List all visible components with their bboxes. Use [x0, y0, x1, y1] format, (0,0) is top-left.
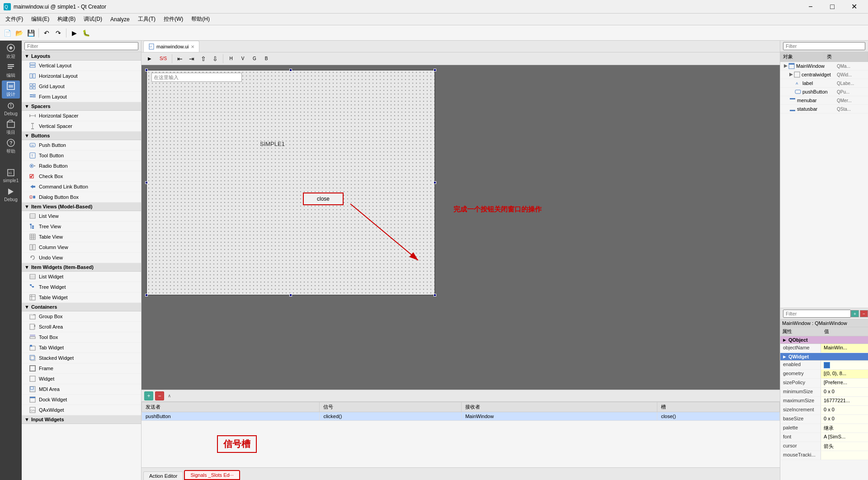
handle-right[interactable] [434, 181, 436, 184]
tab-signals-slots-editor[interactable]: Signals _Slots Ed··· [184, 470, 240, 480]
widget-horizontal-spacer[interactable]: Horizontal Spacer [22, 111, 141, 121]
props-remove-button[interactable]: − [860, 310, 868, 317]
widget-tree-view[interactable]: Tree View [22, 221, 141, 232]
prop-maximumsize[interactable]: maximumSize 16777221... [780, 397, 868, 406]
widget-tool-box[interactable]: Tool Box [22, 332, 141, 343]
tree-statusbar[interactable]: statusbar QSta... [780, 105, 868, 113]
handle-bottom-right[interactable] [434, 294, 436, 296]
widget-table-widget[interactable]: Table Widget [22, 292, 141, 303]
widget-radio-button[interactable]: Radio Button [22, 161, 141, 171]
menu-item-analyze[interactable]: Analyze [107, 15, 133, 24]
prop-mousetracking[interactable]: mouseTracki... [780, 451, 868, 460]
category-item-views[interactable]: ▼ Item Views (Model-Based) [22, 202, 141, 211]
widget-table-view[interactable]: Table View [22, 232, 141, 242]
redo-button[interactable]: ↷ [53, 28, 64, 38]
debug-button[interactable]: 🐛 [80, 28, 91, 38]
sidebar-projects[interactable]: 项目 [2, 118, 20, 136]
widget-tool-button[interactable]: T Tool Button [22, 151, 141, 161]
category-containers[interactable]: ▼ Containers [22, 303, 141, 311]
handle-left[interactable] [145, 181, 148, 184]
menu-item-f[interactable]: 文件(F) [2, 14, 27, 24]
widget-tree-widget[interactable]: Tree Widget [22, 282, 141, 292]
maximize-button[interactable]: □ [822, 0, 843, 14]
widget-list-view[interactable]: List View [22, 211, 141, 221]
category-input-widgets[interactable]: ▼ Input Widgets [22, 415, 141, 424]
widget-dock-widget[interactable]: Dock Widget [22, 395, 141, 405]
widget-dialog-button-box[interactable]: X Dialog Button Box [22, 192, 141, 202]
layout-grid[interactable]: G [249, 53, 260, 64]
canvas-close-button[interactable]: close [303, 193, 344, 205]
tab-action-editor[interactable]: Action Editor [143, 471, 183, 480]
prop-geometry[interactable]: geometry [(0, 0), 8... [780, 370, 868, 379]
menu-item-d[interactable]: 调试(D) [80, 14, 106, 24]
handle-bottom[interactable] [289, 294, 292, 296]
widget-vertical-layout[interactable]: Vertical Layout [22, 61, 141, 71]
category-layouts[interactable]: ▼ Layouts [22, 52, 141, 61]
tree-centralwidget[interactable]: centralwidget QWid... [780, 71, 868, 79]
align-right[interactable]: ⇥ [186, 53, 197, 64]
remove-connection-button[interactable]: − [155, 391, 164, 400]
category-spacers[interactable]: ▼ Spacers [22, 102, 141, 111]
section-qwidget[interactable]: ► QWidget [780, 353, 868, 361]
widget-tab-widget[interactable]: Tab Widget [22, 343, 141, 353]
widget-scroll-area[interactable]: Scroll Area [22, 322, 141, 332]
widget-grid-layout[interactable]: Grid Layout [22, 81, 141, 92]
close-button[interactable]: ✕ [844, 0, 864, 14]
align-left[interactable]: ⇤ [175, 53, 185, 64]
handle-top-right[interactable] [434, 69, 436, 71]
menu-item-b[interactable]: 构建(B) [54, 14, 79, 24]
sidebar-help[interactable]: ? 帮助 [2, 137, 20, 155]
widget-widget[interactable]: Widget [22, 374, 141, 384]
handle-top-left[interactable] [145, 69, 148, 71]
editor-tab-mainwindow[interactable]: UI mainwindow.ui ✕ [143, 41, 199, 52]
sidebar-debug2[interactable]: Debug [2, 185, 20, 203]
prop-basesize[interactable]: baseSize 0 x 0 [780, 415, 868, 424]
prop-objectname[interactable]: objectName MainWin... [780, 344, 868, 353]
new-button[interactable]: 📄 [2, 28, 13, 38]
prop-sizeincrement[interactable]: sizeIncrement 0 x 0 [780, 406, 868, 415]
prop-sizepolicy[interactable]: sizePolicy [Preferre... [780, 379, 868, 388]
sidebar-simple1[interactable]: s1 simple1 [2, 166, 20, 184]
signals-slots-mode[interactable]: S/S [157, 53, 170, 64]
menu-item-t[interactable]: 工具(T) [134, 14, 159, 24]
prop-enabled[interactable]: enabled [780, 361, 868, 370]
widget-mdi-area[interactable]: MDI Area [22, 384, 141, 395]
edit-widget-mode[interactable]: ▶ [143, 53, 156, 64]
props-filter-input[interactable] [783, 310, 851, 318]
align-top[interactable]: ⇧ [198, 53, 209, 64]
layout-horizontal[interactable]: H [226, 53, 236, 64]
widget-stacked-widget[interactable]: Stacked Widget [22, 353, 141, 363]
handle-bottom-left[interactable] [145, 294, 148, 296]
prop-minimumsize[interactable]: minimumSize 0 x 0 [780, 388, 868, 397]
widget-form-layout[interactable]: Form Layout [22, 92, 141, 102]
category-buttons[interactable]: ▼ Buttons [22, 132, 141, 140]
props-add-button[interactable]: + [851, 310, 859, 317]
widget-command-link[interactable]: Command Link Button [22, 182, 141, 192]
break-layout[interactable]: B [261, 53, 272, 64]
open-button[interactable]: 📂 [14, 28, 24, 38]
minimize-button[interactable]: − [800, 0, 821, 14]
sidebar-welcome[interactable]: 欢迎 [2, 42, 20, 61]
menu-item-h[interactable]: 帮助(H) [188, 14, 213, 24]
save-button[interactable]: 💾 [25, 28, 36, 38]
align-bottom[interactable]: ⇩ [210, 53, 221, 64]
tree-label[interactable]: A label QLabe... [780, 79, 868, 88]
sidebar-design[interactable]: 设计 [2, 80, 20, 99]
add-connection-button[interactable]: + [144, 391, 153, 400]
layout-vertical[interactable]: V [237, 53, 248, 64]
tree-pushbutton[interactable]: pushButton QPu... [780, 88, 868, 96]
section-qobject[interactable]: ► QObject [780, 336, 868, 344]
category-item-widgets[interactable]: ▼ Item Widgets (Item-Based) [22, 263, 141, 272]
prop-palette[interactable]: palette 继承 [780, 424, 868, 433]
prop-cursor[interactable]: cursor 箭头 [780, 442, 868, 451]
menu-item-e[interactable]: 编辑(E) [28, 14, 53, 24]
tab-close-button[interactable]: ✕ [191, 44, 194, 49]
widget-column-view[interactable]: Column View [22, 242, 141, 253]
sidebar-debug[interactable]: Debug [2, 99, 20, 118]
widget-undo-view[interactable]: Undo View [22, 253, 141, 263]
widget-qax-widget[interactable]: QAx QAxWidget [22, 405, 141, 415]
undo-button[interactable]: ↶ [41, 28, 52, 38]
widget-horizontal-layout[interactable]: Horizontal Layout [22, 71, 141, 81]
build-button[interactable]: ▶ [69, 28, 80, 38]
prop-font[interactable]: font A [SimS... [780, 433, 868, 442]
